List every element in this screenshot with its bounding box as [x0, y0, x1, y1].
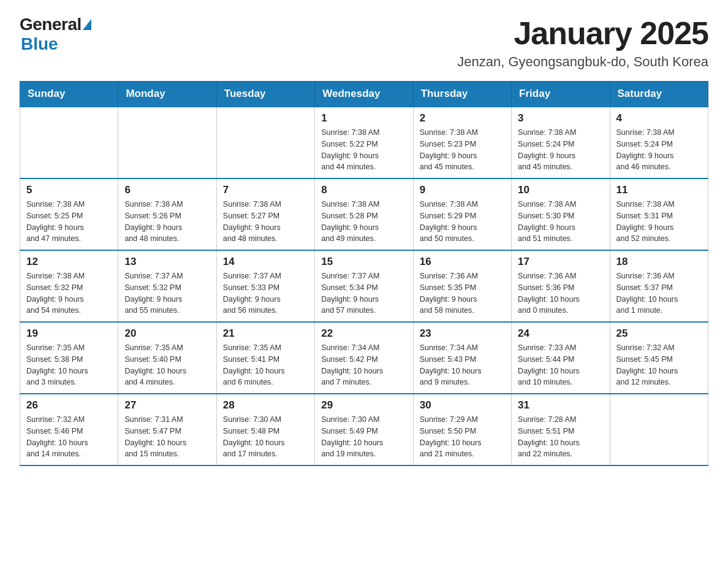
- day-info: Sunrise: 7:38 AMSunset: 5:26 PMDaylight:…: [124, 199, 210, 245]
- day-info: Sunrise: 7:38 AMSunset: 5:25 PMDaylight:…: [26, 199, 112, 245]
- day-info: Sunrise: 7:38 AMSunset: 5:23 PMDaylight:…: [420, 127, 505, 173]
- day-number: 2: [420, 112, 505, 124]
- day-number: 22: [321, 327, 406, 340]
- day-info: Sunrise: 7:38 AMSunset: 5:22 PMDaylight:…: [321, 127, 406, 173]
- calendar-cell: 20Sunrise: 7:35 AMSunset: 5:40 PMDayligh…: [118, 322, 216, 394]
- day-info: Sunrise: 7:38 AMSunset: 5:27 PMDaylight:…: [223, 199, 308, 245]
- day-info: Sunrise: 7:30 AMSunset: 5:49 PMDaylight:…: [321, 414, 406, 460]
- day-info: Sunrise: 7:30 AMSunset: 5:48 PMDaylight:…: [223, 414, 308, 460]
- subtitle: Jenzan, Gyeongsangbuk-do, South Korea: [457, 54, 708, 70]
- day-info: Sunrise: 7:29 AMSunset: 5:50 PMDaylight:…: [420, 414, 505, 460]
- calendar-cell: 17Sunrise: 7:36 AMSunset: 5:36 PMDayligh…: [512, 250, 610, 322]
- day-number: 27: [124, 399, 210, 412]
- calendar-cell: 16Sunrise: 7:36 AMSunset: 5:35 PMDayligh…: [413, 250, 511, 322]
- day-number: 16: [420, 256, 505, 268]
- calendar-cell: 15Sunrise: 7:37 AMSunset: 5:34 PMDayligh…: [315, 250, 413, 322]
- day-info: Sunrise: 7:32 AMSunset: 5:46 PMDaylight:…: [26, 414, 112, 460]
- calendar-cell: 23Sunrise: 7:34 AMSunset: 5:43 PMDayligh…: [413, 322, 511, 394]
- day-number: 21: [223, 327, 308, 340]
- calendar-cell: 27Sunrise: 7:31 AMSunset: 5:47 PMDayligh…: [118, 394, 216, 465]
- logo-triangle-icon: [83, 19, 91, 30]
- calendar-week-row: 26Sunrise: 7:32 AMSunset: 5:46 PMDayligh…: [20, 394, 708, 465]
- day-info: Sunrise: 7:38 AMSunset: 5:32 PMDaylight:…: [26, 270, 112, 316]
- weekday-header-friday: Friday: [512, 82, 610, 107]
- weekday-header-wednesday: Wednesday: [315, 82, 413, 107]
- calendar-cell: 26Sunrise: 7:32 AMSunset: 5:46 PMDayligh…: [20, 394, 118, 465]
- calendar-cell: 6Sunrise: 7:38 AMSunset: 5:26 PMDaylight…: [118, 178, 216, 250]
- calendar-cell: 18Sunrise: 7:36 AMSunset: 5:37 PMDayligh…: [610, 250, 708, 322]
- calendar-cell: 9Sunrise: 7:38 AMSunset: 5:29 PMDaylight…: [413, 178, 511, 250]
- calendar-cell: 13Sunrise: 7:37 AMSunset: 5:32 PMDayligh…: [118, 250, 216, 322]
- calendar-week-row: 12Sunrise: 7:38 AMSunset: 5:32 PMDayligh…: [20, 250, 708, 322]
- calendar-week-row: 1Sunrise: 7:38 AMSunset: 5:22 PMDaylight…: [20, 107, 708, 178]
- calendar-cell: 19Sunrise: 7:35 AMSunset: 5:38 PMDayligh…: [20, 322, 118, 394]
- day-number: 19: [26, 327, 112, 340]
- calendar-cell: 3Sunrise: 7:38 AMSunset: 5:24 PMDaylight…: [512, 107, 610, 178]
- calendar-table: SundayMondayTuesdayWednesdayThursdayFrid…: [20, 81, 708, 466]
- calendar-cell: 4Sunrise: 7:38 AMSunset: 5:24 PMDaylight…: [610, 107, 708, 178]
- day-info: Sunrise: 7:38 AMSunset: 5:30 PMDaylight:…: [518, 199, 603, 245]
- day-info: Sunrise: 7:28 AMSunset: 5:51 PMDaylight:…: [518, 414, 603, 460]
- day-number: 17: [518, 256, 603, 268]
- day-info: Sunrise: 7:33 AMSunset: 5:44 PMDaylight:…: [518, 342, 603, 388]
- calendar-week-row: 5Sunrise: 7:38 AMSunset: 5:25 PMDaylight…: [20, 178, 708, 250]
- day-info: Sunrise: 7:36 AMSunset: 5:37 PMDaylight:…: [616, 270, 702, 316]
- day-number: 12: [26, 256, 112, 268]
- calendar-cell: 11Sunrise: 7:38 AMSunset: 5:31 PMDayligh…: [610, 178, 708, 250]
- day-info: Sunrise: 7:32 AMSunset: 5:45 PMDaylight:…: [616, 342, 702, 388]
- calendar-cell: 31Sunrise: 7:28 AMSunset: 5:51 PMDayligh…: [512, 394, 610, 465]
- day-number: 24: [518, 327, 603, 340]
- day-number: 25: [616, 327, 702, 340]
- day-info: Sunrise: 7:37 AMSunset: 5:34 PMDaylight:…: [321, 270, 406, 316]
- day-number: 3: [518, 112, 603, 124]
- day-number: 28: [223, 399, 308, 412]
- day-info: Sunrise: 7:38 AMSunset: 5:29 PMDaylight:…: [420, 199, 505, 245]
- weekday-header-tuesday: Tuesday: [216, 82, 314, 107]
- day-number: 7: [223, 184, 308, 196]
- day-info: Sunrise: 7:34 AMSunset: 5:43 PMDaylight:…: [420, 342, 505, 388]
- day-number: 4: [616, 112, 702, 124]
- calendar-cell: 22Sunrise: 7:34 AMSunset: 5:42 PMDayligh…: [315, 322, 413, 394]
- page-header: General Blue January 2025 Jenzan, Gyeong…: [20, 15, 708, 70]
- calendar-cell: 24Sunrise: 7:33 AMSunset: 5:44 PMDayligh…: [512, 322, 610, 394]
- day-info: Sunrise: 7:38 AMSunset: 5:28 PMDaylight:…: [321, 199, 406, 245]
- weekday-header-row: SundayMondayTuesdayWednesdayThursdayFrid…: [20, 82, 708, 107]
- day-info: Sunrise: 7:37 AMSunset: 5:33 PMDaylight:…: [223, 270, 308, 316]
- weekday-header-saturday: Saturday: [610, 82, 708, 107]
- calendar-cell: 14Sunrise: 7:37 AMSunset: 5:33 PMDayligh…: [216, 250, 314, 322]
- day-info: Sunrise: 7:38 AMSunset: 5:24 PMDaylight:…: [518, 127, 603, 173]
- day-number: 10: [518, 184, 603, 196]
- calendar-cell: 12Sunrise: 7:38 AMSunset: 5:32 PMDayligh…: [20, 250, 118, 322]
- calendar-cell: 30Sunrise: 7:29 AMSunset: 5:50 PMDayligh…: [413, 394, 511, 465]
- day-number: 9: [420, 184, 505, 196]
- day-info: Sunrise: 7:38 AMSunset: 5:24 PMDaylight:…: [616, 127, 702, 173]
- day-number: 30: [420, 399, 505, 412]
- day-number: 14: [223, 256, 308, 268]
- day-info: Sunrise: 7:35 AMSunset: 5:41 PMDaylight:…: [223, 342, 308, 388]
- calendar-cell: [20, 107, 118, 178]
- day-info: Sunrise: 7:35 AMSunset: 5:40 PMDaylight:…: [124, 342, 210, 388]
- day-number: 31: [518, 399, 603, 412]
- day-info: Sunrise: 7:35 AMSunset: 5:38 PMDaylight:…: [26, 342, 112, 388]
- day-info: Sunrise: 7:31 AMSunset: 5:47 PMDaylight:…: [124, 414, 210, 460]
- main-title: January 2025: [457, 15, 708, 52]
- calendar-week-row: 19Sunrise: 7:35 AMSunset: 5:38 PMDayligh…: [20, 322, 708, 394]
- calendar-cell: [216, 107, 314, 178]
- calendar-cell: 1Sunrise: 7:38 AMSunset: 5:22 PMDaylight…: [315, 107, 413, 178]
- day-number: 15: [321, 256, 406, 268]
- day-info: Sunrise: 7:36 AMSunset: 5:36 PMDaylight:…: [518, 270, 603, 316]
- day-info: Sunrise: 7:37 AMSunset: 5:32 PMDaylight:…: [124, 270, 210, 316]
- logo-blue-text: Blue: [21, 34, 58, 54]
- calendar-cell: 2Sunrise: 7:38 AMSunset: 5:23 PMDaylight…: [413, 107, 511, 178]
- calendar-cell: 21Sunrise: 7:35 AMSunset: 5:41 PMDayligh…: [216, 322, 314, 394]
- logo: General Blue: [20, 15, 91, 54]
- calendar-cell: 28Sunrise: 7:30 AMSunset: 5:48 PMDayligh…: [216, 394, 314, 465]
- day-number: 5: [26, 184, 112, 196]
- calendar-cell: 7Sunrise: 7:38 AMSunset: 5:27 PMDaylight…: [216, 178, 314, 250]
- weekday-header-monday: Monday: [118, 82, 216, 107]
- day-number: 18: [616, 256, 702, 268]
- day-info: Sunrise: 7:36 AMSunset: 5:35 PMDaylight:…: [420, 270, 505, 316]
- calendar-cell: 8Sunrise: 7:38 AMSunset: 5:28 PMDaylight…: [315, 178, 413, 250]
- weekday-header-thursday: Thursday: [413, 82, 511, 107]
- day-number: 13: [124, 256, 210, 268]
